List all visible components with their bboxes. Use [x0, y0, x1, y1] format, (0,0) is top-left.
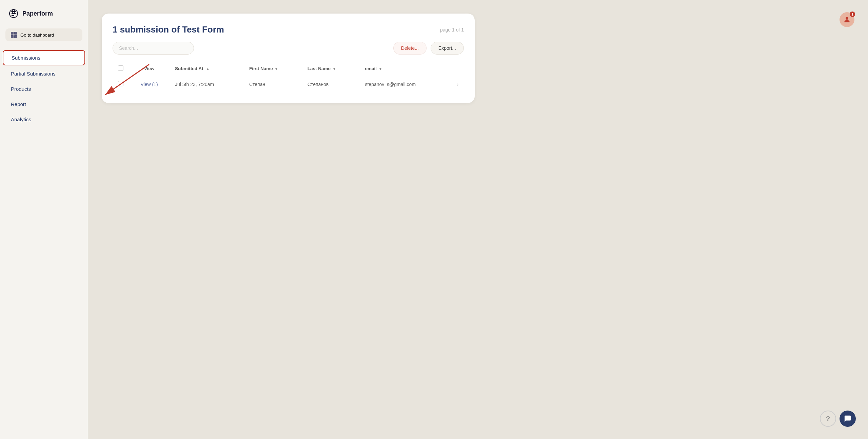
card-title: 1 submission of Test Form: [113, 24, 224, 35]
sort-icon-email: ▾: [379, 67, 381, 71]
row-chevron-cell[interactable]: ›: [451, 76, 464, 92]
sort-asc-icon: ▲: [206, 67, 210, 71]
chat-icon: [844, 415, 851, 422]
search-actions-row: Delete... Export...: [113, 42, 464, 55]
chat-button[interactable]: [840, 411, 856, 427]
col-email[interactable]: email ▾: [359, 61, 451, 76]
row-email-cell: stepanov_s@gmail.com: [359, 76, 451, 92]
card-header: 1 submission of Test Form page 1 of 1: [113, 24, 464, 35]
row-view-cell: View (1): [129, 76, 170, 92]
col-last-name[interactable]: Last Name ▾: [302, 61, 360, 76]
actions-row: Delete... Export...: [393, 42, 464, 55]
page-indicator: page 1 of 1: [440, 27, 464, 33]
view-link[interactable]: View (1): [140, 82, 158, 87]
sidebar-item-report[interactable]: Report: [3, 97, 85, 111]
search-input-wrap: [113, 42, 194, 55]
bottom-right-buttons: ?: [820, 411, 856, 427]
row-last-name-cell: Степанов: [302, 76, 360, 92]
table-header: View Submitted At ▲ First Name ▾ Last Na…: [113, 61, 464, 76]
col-chevron-header: [451, 61, 464, 76]
dashboard-button-label: Go to dashboard: [20, 33, 54, 38]
avatar-notification-badge: 1: [850, 12, 855, 17]
svg-point-7: [846, 17, 848, 20]
delete-button[interactable]: Delete...: [393, 42, 427, 55]
sidebar-item-partial-submissions[interactable]: Partial Submissions: [3, 67, 85, 81]
col-submitted-at-label: Submitted At: [175, 66, 203, 71]
sort-icon-last-name: ▾: [333, 67, 335, 71]
sidebar-item-analytics[interactable]: Analytics: [3, 112, 85, 126]
row-checkbox-cell: [113, 76, 129, 92]
dashboard-button[interactable]: Go to dashboard: [5, 28, 82, 41]
export-button[interactable]: Export...: [431, 42, 464, 55]
col-first-name-label: First Name: [249, 66, 273, 71]
col-last-name-label: Last Name: [308, 66, 331, 71]
col-email-label: email: [365, 66, 377, 71]
help-button[interactable]: ?: [820, 411, 836, 427]
row-first-name-cell: Степан: [244, 76, 302, 92]
col-view: View: [129, 61, 170, 76]
table-row: View (1) Jul 5th 23, 7:20am Степан Степа…: [113, 76, 464, 92]
col-view-label: View: [144, 66, 155, 71]
grid-icon: [11, 32, 17, 38]
sidebar-item-products[interactable]: Products: [3, 82, 85, 96]
row-submitted-at-cell: Jul 5th 23, 7:20am: [170, 76, 244, 92]
select-all-checkbox[interactable]: [118, 65, 123, 71]
logo-area: Paperform: [0, 8, 88, 28]
submissions-card: 1 submission of Test Form page 1 of 1 De…: [102, 14, 475, 103]
table-header-row: View Submitted At ▲ First Name ▾ Last Na…: [113, 61, 464, 76]
sidebar-item-submissions[interactable]: Submissions: [3, 50, 85, 65]
main-content: 1 1 submission of Test Form page 1 of 1 …: [88, 0, 868, 439]
col-submitted-at[interactable]: Submitted At ▲: [170, 61, 244, 76]
sidebar: Paperform Go to dashboard Submissions Pa…: [0, 0, 88, 439]
sort-icon-first-name: ▾: [275, 67, 277, 71]
paperform-logo-icon: [8, 8, 19, 19]
submissions-table: View Submitted At ▲ First Name ▾ Last Na…: [113, 61, 464, 92]
user-avatar[interactable]: 1: [840, 12, 854, 27]
select-all-col: [113, 61, 129, 76]
avatar-icon: [843, 16, 851, 24]
search-input[interactable]: [113, 42, 194, 55]
col-first-name[interactable]: First Name ▾: [244, 61, 302, 76]
row-checkbox[interactable]: [118, 81, 123, 86]
help-icon: ?: [826, 415, 830, 423]
logo-text: Paperform: [22, 10, 53, 17]
submissions-table-wrap: View Submitted At ▲ First Name ▾ Last Na…: [113, 61, 464, 92]
table-body: View (1) Jul 5th 23, 7:20am Степан Степа…: [113, 76, 464, 92]
